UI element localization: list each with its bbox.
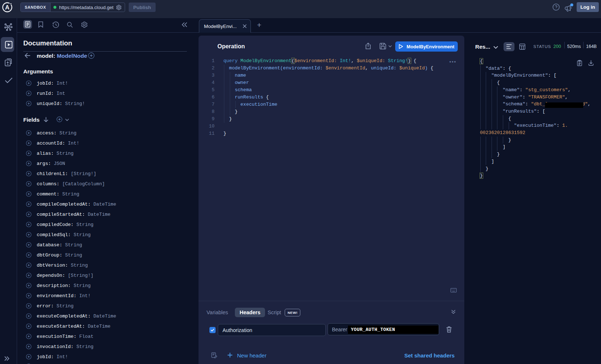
svg-text:A: A	[5, 4, 9, 11]
